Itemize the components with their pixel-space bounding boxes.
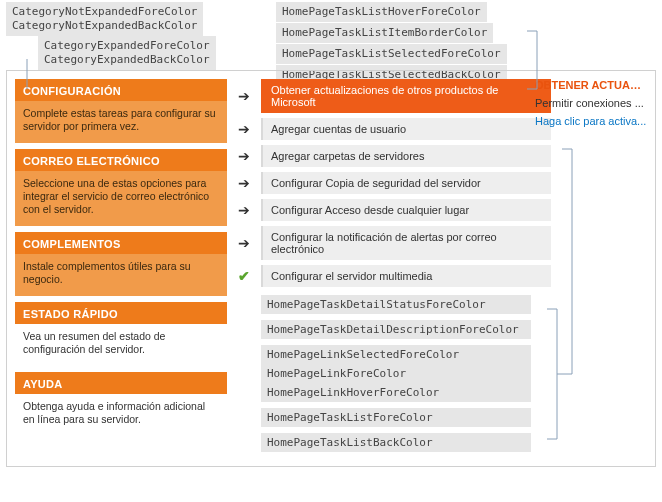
task-item[interactable]: Configurar Acceso desde cualquier lugar <box>261 199 551 221</box>
check-icon: ✔ <box>235 267 253 285</box>
annotation-link-hover: HomePageLinkHoverForeColor <box>261 383 531 402</box>
task-item[interactable]: Configurar el servidor multimedia <box>261 265 551 287</box>
detail-annotations: HomePageTaskDetailStatusForeColor HomePa… <box>261 295 647 452</box>
label: HomePageTaskListSelectedForeColor <box>276 44 507 64</box>
arrow-icon: ➔ <box>235 234 253 252</box>
task-item[interactable]: Configurar la notificación de alertas po… <box>261 226 551 260</box>
annotation-detail-status: HomePageTaskDetailStatusForeColor <box>261 295 531 314</box>
annotation-task-list-fore: HomePageTaskListForeColor <box>261 408 531 427</box>
arrow-icon: ➔ <box>235 120 253 138</box>
task-row[interactable]: ✔ Configurar el servidor multimedia <box>235 265 647 287</box>
link-haga-clic[interactable]: Haga clic para activa... <box>535 115 647 127</box>
label: HomePageTaskListHoverForeColor <box>276 2 487 22</box>
category-title: AYUDA <box>15 372 227 394</box>
task-row[interactable]: ➔ Configurar Acceso desde cualquier luga… <box>235 199 647 221</box>
arrow-icon: ➔ <box>235 87 253 105</box>
category-description: Seleccione una de estas opciones para in… <box>15 171 227 226</box>
side-links: OBTENER ACTUALIZ... Permitir conexiones … <box>535 79 647 133</box>
arrow-icon: ➔ <box>235 147 253 165</box>
task-row[interactable]: ➔ Agregar carpetas de servidores <box>235 145 647 167</box>
sidebar-item-configuracion[interactable]: CONFIGURACIÓN Complete estas tareas para… <box>15 79 227 143</box>
link-obtener-actualiz[interactable]: OBTENER ACTUALIZ... <box>535 79 647 91</box>
category-sidebar: CONFIGURACIÓN Complete estas tareas para… <box>15 79 227 458</box>
category-description: Obtenga ayuda e información adicional en… <box>15 394 227 436</box>
category-description: Vea un resumen del estado de configuraci… <box>15 324 227 366</box>
category-title: CONFIGURACIÓN <box>15 79 227 101</box>
task-item[interactable]: Configurar Copia de seguridad del servid… <box>261 172 551 194</box>
label: CategoryExpandedBackColor <box>44 53 210 67</box>
annotation-category-expanded: CategoryExpandedForeColor CategoryExpand… <box>38 36 216 70</box>
task-item-selected[interactable]: Obtener actualizaciones de otros product… <box>261 79 551 113</box>
main-panel: CONFIGURACIÓN Complete estas tareas para… <box>6 70 656 467</box>
annotation-link-fore: HomePageLinkForeColor <box>261 364 531 383</box>
task-list: ➔ Obtener actualizaciones de otros produ… <box>235 79 647 458</box>
sidebar-item-complementos[interactable]: COMPLEMENTOS Instale complementos útiles… <box>15 232 227 296</box>
arrow-icon: ➔ <box>235 174 253 192</box>
arrow-icon: ➔ <box>235 201 253 219</box>
task-row[interactable]: ➔ Configurar la notificación de alertas … <box>235 226 647 260</box>
sidebar-item-correo[interactable]: CORREO ELECTRÓNICO Seleccione una de est… <box>15 149 227 226</box>
category-description: Instale complementos útiles para su nego… <box>15 254 227 296</box>
label: HomePageTaskListItemBorderColor <box>276 23 493 43</box>
task-item[interactable]: Agregar carpetas de servidores <box>261 145 551 167</box>
annotation-detail-description: HomePageTaskDetailDescriptionForeColor <box>261 320 531 339</box>
category-title: COMPLEMENTOS <box>15 232 227 254</box>
label: CategoryNotExpandedForeColor <box>12 5 197 19</box>
category-title: CORREO ELECTRÓNICO <box>15 149 227 171</box>
task-item[interactable]: Agregar cuentas de usuario <box>261 118 551 140</box>
category-title: ESTADO RÁPIDO <box>15 302 227 324</box>
category-description: Complete estas tareas para configurar su… <box>15 101 227 143</box>
sidebar-item-estado[interactable]: ESTADO RÁPIDO Vea un resumen del estado … <box>15 302 227 366</box>
task-row[interactable]: ➔ Configurar Copia de seguridad del serv… <box>235 172 647 194</box>
link-permitir-conexiones[interactable]: Permitir conexiones ... <box>535 97 647 109</box>
label: CategoryExpandedForeColor <box>44 39 210 53</box>
annotation-category-not-expanded: CategoryNotExpandedForeColor CategoryNot… <box>6 2 203 36</box>
sidebar-item-ayuda[interactable]: AYUDA Obtenga ayuda e información adicio… <box>15 372 227 436</box>
annotation-link-selected: HomePageLinkSelectedForeColor <box>261 345 531 364</box>
annotation-task-list-back: HomePageTaskListBackColor <box>261 433 531 452</box>
label: CategoryNotExpandedBackColor <box>12 19 197 33</box>
